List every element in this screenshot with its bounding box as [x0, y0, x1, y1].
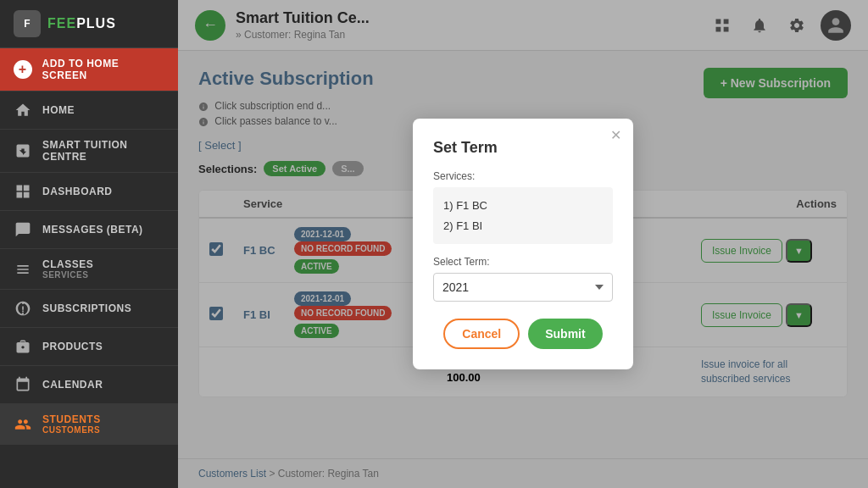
main-content: ← Smart Tuition Ce... » Customer: Regina… [178, 0, 868, 488]
sidebar-item-label: SUBSCRIPTIONS [42, 302, 131, 314]
service-item-2: 2) F1 BI [443, 216, 603, 236]
calendar-icon [14, 375, 32, 394]
sidebar-item-label: MESSAGES (BETA) [42, 224, 143, 236]
sidebar-item-sub: CUSTOMERS [42, 425, 101, 435]
sidebar-item-subscriptions[interactable]: SUBSCRIPTIONS [0, 290, 178, 328]
download-icon [14, 141, 32, 160]
sidebar-item-sub: SERVICES [42, 270, 93, 280]
logo: F FEEPLUS [0, 0, 178, 48]
sidebar-item-smart-tuition[interactable]: SMART TUITION CENTRE [0, 130, 178, 173]
set-term-modal: ✕ Set Term Services: 1) F1 BC 2) F1 BI S… [413, 119, 633, 369]
service-item-1: 1) F1 BC [443, 196, 603, 215]
logo-text: FEEPLUS [47, 16, 116, 31]
services-label: Services: [433, 170, 613, 182]
select-term-label: Select Term: [433, 256, 613, 268]
services-icon [14, 260, 32, 279]
modal-actions: Cancel Submit [433, 319, 613, 349]
modal-close-button[interactable]: ✕ [610, 127, 621, 143]
plus-icon: + [14, 60, 32, 79]
submit-button[interactable]: Submit [528, 319, 602, 349]
sidebar-item-label: PRODUCTS [42, 341, 103, 352]
sidebar-item-dashboard[interactable]: DASHBOARD [0, 173, 178, 211]
sidebar-item-label: CALENDAR [42, 379, 103, 391]
sidebar-item-label: DASHBOARD [42, 186, 113, 197]
sidebar-item-students[interactable]: STUDENTS CUSTOMERS [0, 404, 178, 445]
sidebar-item-label: ADD TO HOME SCREEN [42, 58, 164, 81]
sidebar-item-calendar[interactable]: CALENDAR [0, 366, 178, 404]
cancel-button[interactable]: Cancel [443, 319, 520, 349]
sidebar-item-label: HOME [42, 104, 75, 116]
sidebar-item-messages[interactable]: MESSAGES (BETA) [0, 211, 178, 249]
sidebar-item-label: CLASSES [42, 258, 93, 270]
modal-title: Set Term [433, 139, 613, 157]
sidebar-item-home[interactable]: HOME [0, 92, 178, 130]
dashboard-icon [14, 182, 32, 201]
products-icon [14, 337, 32, 356]
logo-icon: F [14, 10, 41, 37]
sidebar-item-add-home[interactable]: + ADD TO HOME SCREEN [0, 48, 178, 92]
dollar-icon [14, 299, 32, 318]
chat-icon [14, 220, 32, 239]
sidebar-item-label: SMART TUITION CENTRE [42, 139, 164, 163]
services-box: 1) F1 BC 2) F1 BI [433, 187, 613, 244]
sidebar-item-products[interactable]: PRODUCTS [0, 328, 178, 366]
people-icon [14, 415, 32, 434]
home-icon [14, 101, 32, 119]
modal-overlay: ✕ Set Term Services: 1) F1 BC 2) F1 BI S… [178, 0, 868, 488]
sidebar: F FEEPLUS + ADD TO HOME SCREEN HOME SMAR… [0, 0, 178, 488]
sidebar-item-classes[interactable]: CLASSES SERVICES [0, 249, 178, 290]
term-select[interactable]: 2021 2022 2023 [433, 273, 613, 302]
sidebar-item-label: STUDENTS [42, 413, 101, 425]
